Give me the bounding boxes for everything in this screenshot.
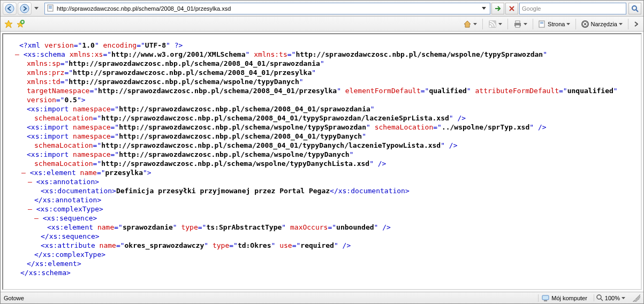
tools-menu-label: Narzędzia — [590, 21, 617, 27]
status-bar: Gotowe Mój komputer 100% — [1, 292, 643, 303]
xml-line: <xs:import namespace="http://sprawozdawc… — [15, 123, 634, 132]
svg-point-20 — [597, 295, 601, 299]
xml-line: <xs:import namespace="http://sprawozdawc… — [15, 132, 634, 141]
separator — [507, 19, 508, 29]
home-button[interactable] — [461, 19, 479, 29]
svg-rect-14 — [540, 22, 543, 22]
svg-rect-12 — [516, 25, 520, 27]
zone-label: Mój komputer — [551, 295, 587, 301]
search-placeholder: Google — [522, 5, 541, 12]
collapse-toggle[interactable]: – — [28, 178, 32, 186]
xml-line: </xs:element> — [15, 259, 634, 268]
xml-line: xmlns:td="http://sprawozdawczosc.nbp.pl/… — [15, 77, 634, 86]
xml-line: targetNamespace="http://sprawozdawczosc.… — [15, 86, 634, 95]
xml-line: </xs:schema> — [15, 268, 634, 277]
toolbar-expand-button[interactable] — [632, 20, 640, 28]
xml-line: </xs:sequence> — [15, 232, 634, 241]
page-menu-button[interactable]: Strona — [536, 19, 572, 29]
nav-history-dropdown[interactable] — [33, 3, 40, 14]
collapse-toggle[interactable]: – — [21, 169, 26, 177]
xml-line: </xs:annotation> — [15, 195, 634, 204]
separator — [575, 19, 576, 29]
chevron-down-icon — [619, 23, 623, 25]
svg-rect-15 — [540, 23, 543, 24]
xml-line: – <xs:element name="przesylka"> — [15, 168, 634, 177]
xml-line: xmlns:prz="http://sprawozdawczosc.nbp.pl… — [15, 68, 634, 77]
xml-line: <xs:import namespace="http://sprawozdawc… — [15, 150, 634, 159]
magnifier-icon — [596, 294, 603, 301]
svg-point-0 — [5, 4, 14, 13]
zoom-control[interactable]: 100% — [594, 294, 627, 301]
feeds-button[interactable] — [486, 19, 504, 29]
collapse-toggle[interactable]: – — [34, 214, 39, 222]
url-dropdown[interactable] — [480, 3, 488, 14]
xml-line: – <xs:complexType> — [15, 204, 634, 214]
search-button[interactable] — [628, 3, 641, 14]
url-wrap: Google — [44, 3, 641, 14]
xml-line: <xs:documentation>Definicja przesyłki pr… — [15, 186, 634, 195]
xml-line: xmlns:sp="http://sprawozdawczosc.nbp.pl/… — [15, 59, 634, 68]
svg-rect-11 — [516, 21, 520, 23]
browser-navbar: Google — [1, 1, 643, 17]
svg-point-17 — [584, 23, 586, 25]
svg-rect-5 — [49, 8, 52, 9]
collapse-toggle[interactable]: – — [28, 205, 32, 213]
security-zone[interactable]: Mój komputer — [538, 294, 590, 302]
svg-rect-3 — [49, 6, 52, 6]
xml-line: schemaLocation="http://sprawozdawczosc.n… — [15, 159, 634, 168]
xml-line: version="0.5"> — [15, 95, 634, 104]
svg-point-9 — [489, 25, 491, 27]
chevron-down-icon — [473, 23, 477, 25]
svg-rect-19 — [544, 300, 547, 301]
address-bar[interactable] — [44, 3, 490, 14]
chevron-down-icon — [498, 23, 502, 25]
separator — [628, 19, 628, 29]
svg-rect-18 — [542, 295, 549, 300]
forward-button[interactable] — [18, 2, 32, 15]
go-button[interactable] — [491, 3, 504, 14]
computer-icon — [542, 294, 549, 302]
browser-toolbar: Strona Narzędzia — [1, 17, 643, 32]
xml-line: <xs:attribute name="okres_sprawozdawczy"… — [15, 241, 634, 250]
xml-line: – <xs:sequence> — [15, 214, 634, 223]
chevron-down-icon — [524, 23, 527, 25]
svg-point-6 — [632, 6, 637, 10]
xml-line: – <xs:schema xmlns:xs="http://www.w3.org… — [15, 50, 634, 59]
xml-line: </xs:complexType> — [15, 250, 634, 259]
xml-viewer: <?xml version="1.0" encoding="UTF-8" ?> … — [2, 33, 642, 290]
page-menu-label: Strona — [548, 21, 565, 27]
xml-line: schemaLocation="http://sprawozdawczosc.n… — [15, 141, 634, 150]
chevron-down-icon — [566, 23, 570, 25]
favorites-button[interactable] — [4, 19, 13, 29]
svg-point-1 — [20, 4, 29, 13]
url-input[interactable] — [57, 5, 480, 12]
add-favorite-button[interactable] — [16, 19, 25, 29]
svg-rect-13 — [539, 21, 544, 27]
collapse-toggle[interactable]: – — [15, 50, 19, 58]
resize-grip[interactable] — [633, 294, 640, 302]
xml-line: schemaLocation="http://sprawozdawczosc.n… — [15, 113, 634, 123]
print-button[interactable] — [511, 19, 529, 29]
stop-button[interactable] — [505, 3, 518, 14]
separator — [533, 19, 533, 29]
page-icon — [47, 4, 55, 13]
svg-rect-4 — [49, 7, 52, 7]
back-button[interactable] — [3, 2, 17, 15]
tools-menu-button[interactable]: Narzędzia — [579, 19, 625, 29]
xml-line: <xs:element name="sprawozdanie" type="ts… — [15, 223, 634, 232]
xml-line: <?xml version="1.0" encoding="UTF-8" ?> — [15, 41, 634, 50]
status-text: Gotowe — [4, 295, 24, 301]
separator — [482, 19, 483, 29]
zoom-value: 100% — [605, 295, 620, 301]
xml-line: <xs:import namespace="http://sprawozdawc… — [15, 104, 634, 113]
xml-line: – <xs:annotation> — [15, 177, 634, 186]
search-box[interactable]: Google — [519, 3, 626, 14]
chevron-down-icon — [622, 297, 625, 299]
